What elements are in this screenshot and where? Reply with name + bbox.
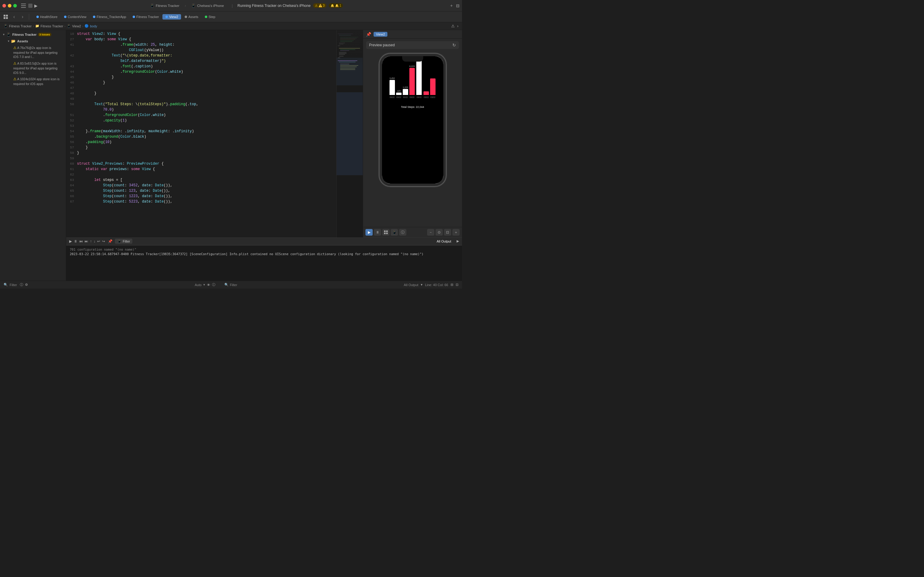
code-line-45: 45 } [66,74,336,80]
auto-label: Auto [195,283,202,287]
nav-back-icon[interactable]: ‹ [11,13,18,20]
code-area[interactable]: 10 struct View2: View { 27 var body: som… [66,30,336,237]
zoom-reset-btn[interactable]: ⊙ [436,229,443,235]
auto-dropdown-icon[interactable]: ▾ [204,283,205,287]
eye-icon[interactable]: 👁 [207,283,210,287]
breadcrumb-2[interactable]: Fitness Tracker [40,24,63,28]
minimize-button[interactable] [8,4,11,8]
sidebar-group-assets: ▼ 📱 Fitness Tracker 3 issues ▼ 📂 Assets … [0,30,66,89]
layout-button[interactable]: ⊟ [456,3,460,8]
zoom-in-btn[interactable]: ＋ [452,229,460,235]
preview-device-btn[interactable]: 📱 [391,229,398,235]
move-down-icon[interactable]: ↓ [94,239,95,243]
chevron-nav-icon[interactable]: › [457,24,459,28]
add-tab-button[interactable]: ＋ [449,3,454,8]
code-line-50: 50 Text("Total Steps: \(totalSteps)").pa… [66,102,336,107]
filter-icon-left: 🔍 [3,283,8,287]
sidebar-group-header[interactable]: ▼ 📱 Fitness Tracker 3 issues [0,31,66,38]
play-icon[interactable]: ▶ [69,239,72,243]
code-editor[interactable]: 10 struct View2: View { 27 var body: som… [66,30,336,237]
breadcrumb-body-icon: 🔵 [84,24,89,28]
phone-frame: 3,452 03/22 123 03/22 [380,54,446,186]
maximize-button[interactable] [13,4,17,8]
zoom-fit-btn[interactable]: ⊡ [444,229,451,235]
sidebar-issue-1[interactable]: ⚠ A 76x76@2x app icon is required for iP… [5,45,66,60]
bar-3 [403,89,408,95]
code-line-48: 48 } [66,91,336,96]
skip-back-icon[interactable]: ⏮ [79,239,83,243]
preview-grid-btn[interactable] [382,229,389,235]
breadcrumb-1[interactable]: Fitness Tracker [9,24,32,28]
tab-step[interactable]: Step [202,14,218,19]
console-tab-output[interactable]: All Output [435,239,454,244]
sidebar-assets-header[interactable]: ▼ 📂 Assets [5,38,66,45]
app-tab-label[interactable]: 📱 Filter [115,239,132,244]
code-line-47: 47 [66,85,336,91]
breadcrumb-4[interactable]: body [90,24,97,28]
layout-icon-right[interactable]: ⊟ [451,283,453,287]
code-line-57: 57 } [66,145,336,150]
pin2-icon[interactable]: 📌 [108,239,113,243]
restore-icon[interactable]: ↩ [97,239,100,243]
breadcrumb-view-icon: 📱 [67,24,71,28]
code-line-60: 60 struct View2_Previews: PreviewProvide… [66,161,336,166]
sidebar-toggle-icon[interactable] [21,3,26,9]
svg-rect-4 [6,15,8,16]
bar-label-4: 6,223 [409,65,415,67]
preview-panel: 📌 View2 Preview paused ↻ [363,30,462,237]
tab-fitnesstrackerapp[interactable]: Fitness_TrackerApp [90,14,129,19]
pause-icon[interactable]: ⏸ [74,239,77,243]
tab-healthstore[interactable]: HealthStore [33,14,60,19]
tab-contentview[interactable]: ContentView [61,14,89,19]
preview-live-btn[interactable]: ▶ [365,229,373,235]
run-label: Running Fitness Tracker on Chelsea's iPh… [237,3,311,8]
app-tab[interactable]: 📱 Fitness Tracker [147,3,183,9]
stop-button[interactable] [28,3,32,8]
zoom-out-btn[interactable]: － [427,229,435,235]
status-far-right: All Output ▾ Line: 40 Col: 66 ⊟ ⊡ [404,283,459,287]
console-toolbar: ▶ ⏸ ⏮ ⏭ ↑ ↓ ↩ ↪ 📌 📱 Filter All Output ▶ [66,237,462,245]
code-line-43: 43 .font(.caption) [66,64,336,69]
total-steps-label: Total Steps: 22,044 [385,105,440,108]
console-expand-icon[interactable]: ▶ [457,239,459,243]
skip-fwd-icon[interactable]: ⏭ [84,239,88,243]
console-section: ▶ ⏸ ⏮ ⏭ ↑ ↓ ↩ ↪ 📌 📱 Filter All Output ▶ [66,237,462,281]
move-up-icon[interactable]: ↑ [90,239,92,243]
pin-icon[interactable]: 📌 [366,32,371,37]
sidebar-issue-3[interactable]: ⚠ A 1024x1024 app store icon is required… [5,76,66,87]
device-tab[interactable]: 📱 Chelsea's iPhone [188,3,227,9]
grid-icon[interactable] [2,13,9,20]
tab-view2[interactable]: View2 [162,14,181,19]
sidebar-issue-2[interactable]: ⚠ A 83.5x83.5@2x app icon is required fo… [5,60,66,76]
tab-dot [93,16,95,18]
breadcrumb-3[interactable]: View2 [72,24,81,28]
code-line-51: 51 .foregroundColor(Color.white) [66,113,336,118]
output-dropdown-icon[interactable]: ▾ [421,283,423,287]
bar-label-5: 12,023 [416,54,422,55]
nav-forward-icon[interactable]: › [19,13,26,20]
tab-fitnesstracker[interactable]: Fitness Tracker [130,14,162,19]
preview-tab-button[interactable]: View2 [373,32,388,37]
bar-label-3: 1,223 [403,86,408,89]
title-bar: ▶ 📱 Fitness Tracker › 📱 Chelsea's iPhone… [0,0,462,11]
settings-icon-left[interactable]: ⚙ [25,283,28,287]
build-controls[interactable]: ▶ [28,3,37,8]
warning-badge[interactable]: ⚠ ⚠️ 3 [313,3,326,8]
window-controls[interactable] [2,4,17,8]
settings-icon-right[interactable]: ⓘ [212,282,215,287]
run-button[interactable]: ▶ [34,3,37,8]
preview-pause-btn[interactable]: ⏸ [374,229,381,235]
close-button[interactable] [2,4,6,8]
console-line-1: 701 configuration named "(no name)" [70,247,459,252]
notification-badge[interactable]: 🔔 🔔 1 [329,3,343,8]
tab-assets[interactable]: Assets [182,14,201,19]
expand-icon-right[interactable]: ⊡ [456,283,459,287]
send-icon[interactable]: ↪ [102,239,105,243]
warning-nav-icon[interactable]: ⚠ [451,24,455,28]
issue-text-2: A 83.5x83.5@2x app icon is required for … [13,61,57,74]
bar-date-6: 03/22 [424,96,429,98]
preview-refresh-icon[interactable]: ↻ [452,43,456,47]
info-icon-left[interactable]: ⓘ [20,282,23,287]
svg-rect-6 [6,17,8,19]
preview-info-btn[interactable]: ⓘ [399,229,406,235]
